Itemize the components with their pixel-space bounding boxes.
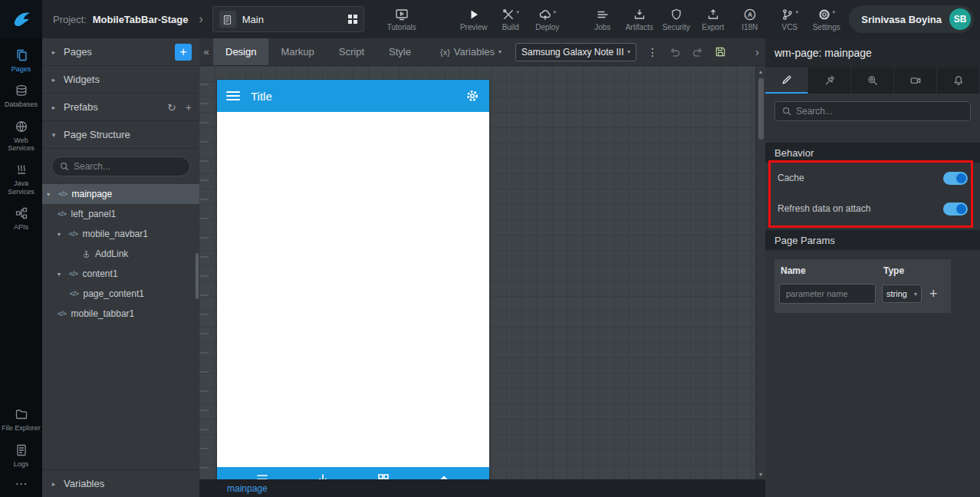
scrollbar-thumb[interactable]	[758, 78, 764, 140]
tab-script[interactable]: Script	[327, 38, 377, 65]
section-variables[interactable]: ▸ Variables	[42, 469, 199, 497]
tree-item-page-content1[interactable]: </> page_content1	[42, 284, 199, 304]
rail-label: File Explorer	[2, 424, 41, 432]
structure-search-input[interactable]	[74, 161, 182, 172]
action-label: Tutorials	[387, 24, 416, 31]
page-params-row: string ▾ +	[774, 282, 951, 305]
tab-markup[interactable]: Markup	[268, 38, 326, 65]
cloud-upload-icon	[538, 8, 552, 21]
build-button[interactable]: ▾ Build	[493, 0, 528, 38]
scrollbar-thumb[interactable]	[196, 253, 199, 299]
tab-device[interactable]	[894, 67, 937, 94]
rail-more-button[interactable]: ⋯	[15, 473, 28, 492]
sidebar-item-java-services[interactable]: Java Services	[0, 157, 42, 201]
folder-icon	[15, 407, 28, 421]
pages-icon	[15, 48, 28, 62]
tabbar-arrow-up-icon[interactable]	[436, 472, 452, 479]
menu-icon[interactable]	[226, 91, 240, 100]
tabbar-arrow-down-icon[interactable]	[315, 472, 331, 479]
project-title: Project: MobileTabBar-Stage	[53, 14, 188, 25]
security-button[interactable]: Security	[659, 0, 694, 38]
properties-search-input[interactable]	[796, 106, 963, 117]
param-name-input[interactable]	[779, 284, 876, 304]
tabbar-list-icon[interactable]	[255, 472, 270, 479]
tree-item-mainpage[interactable]: ▾ </> mainpage	[42, 184, 199, 204]
add-param-button[interactable]: +	[929, 287, 938, 301]
mobile-tabbar-widget[interactable]	[217, 467, 489, 479]
mobile-navbar-title[interactable]: Title	[251, 90, 454, 103]
deploy-button[interactable]: ▾ Deploy	[530, 0, 565, 38]
add-page-button[interactable]: +	[175, 44, 192, 61]
sidebar-item-apis[interactable]: APIs	[0, 201, 42, 236]
refresh-data-toggle[interactable]	[943, 202, 968, 216]
design-canvas[interactable]: Title ▲ ▼	[199, 66, 765, 479]
cache-toggle[interactable]	[943, 172, 968, 185]
tab-design[interactable]: Design	[213, 38, 268, 65]
param-type-select[interactable]: string ▾	[882, 285, 922, 303]
tree-label: mobile_tabbar1	[71, 308, 135, 319]
gear-icon[interactable]	[465, 88, 480, 104]
rail-label: APIs	[14, 223, 28, 231]
save-button[interactable]	[715, 46, 726, 58]
sidebar-item-databases[interactable]: Databases	[0, 78, 42, 114]
jobs-button[interactable]: Jobs	[585, 0, 620, 38]
redo-button[interactable]	[692, 46, 704, 58]
action-label: Build	[502, 24, 519, 31]
expand-caret-icon[interactable]: ▾	[47, 191, 54, 198]
tutorials-button[interactable]: Tutorials	[384, 0, 419, 38]
chevron-right-icon: ›	[199, 12, 202, 26]
sidebar-item-pages[interactable]: Pages	[0, 43, 42, 78]
tab-notifications[interactable]	[937, 67, 980, 94]
page-doc-icon	[219, 11, 236, 28]
play-icon	[467, 8, 481, 21]
code-icon: </>	[69, 270, 78, 278]
mobile-navbar-widget[interactable]: Title	[217, 80, 489, 112]
upload-icon	[706, 8, 720, 21]
tree-item-addlink[interactable]: AddLink	[42, 244, 199, 264]
tab-properties[interactable]	[765, 67, 808, 94]
vcs-button[interactable]: ▾ VCS	[772, 0, 807, 38]
expand-caret-icon[interactable]: ▾	[58, 271, 64, 278]
sidebar-item-logs[interactable]: Logs	[0, 438, 42, 473]
add-prefab-button[interactable]: +	[186, 101, 192, 114]
export-button[interactable]: Export	[696, 0, 731, 38]
section-page-structure[interactable]: ▾ Page Structure	[42, 121, 199, 149]
more-options-button[interactable]: ⋮	[647, 46, 658, 58]
tree-item-left-panel1[interactable]: </> left_panel1	[42, 204, 199, 224]
pages-grid-icon[interactable]	[348, 15, 357, 24]
tree-item-content1[interactable]: ▾ </> content1	[42, 264, 199, 284]
i18n-button[interactable]: A I18N	[732, 0, 768, 38]
page-content-widget[interactable]	[217, 112, 489, 479]
undo-button[interactable]	[669, 46, 681, 58]
sidebar-item-file-explorer[interactable]: File Explorer	[0, 402, 42, 437]
user-menu[interactable]: Srinivasa Boyina SB	[849, 5, 974, 33]
scroll-down-button[interactable]: ▼	[758, 469, 764, 479]
artifacts-button[interactable]: Artifacts	[622, 0, 657, 38]
scroll-up-button[interactable]: ▲	[758, 66, 764, 77]
tabbar-grid-icon[interactable]	[376, 472, 391, 479]
section-pages[interactable]: ▸ Pages +	[42, 38, 199, 66]
app-logo[interactable]	[0, 0, 42, 38]
page-switcher[interactable]: Main	[212, 6, 364, 32]
tab-style[interactable]: Style	[377, 38, 423, 65]
prefab-actions: ↻ +	[167, 101, 192, 114]
redo-icon	[692, 46, 704, 58]
device-select[interactable]: Samsung Galaxy Note III ▾	[515, 43, 636, 61]
section-prefabs[interactable]: ▸ Prefabs ↻ +	[42, 94, 199, 121]
tab-inspect[interactable]	[851, 67, 894, 94]
section-widgets[interactable]: ▸ Widgets	[42, 66, 199, 94]
variables-button[interactable]: {x} Variables ▾	[440, 46, 502, 58]
preview-button[interactable]: Preview	[456, 0, 492, 38]
collapse-left-panel-button[interactable]: «	[199, 38, 213, 65]
tree-item-mobile-tabbar1[interactable]: </> mobile_tabbar1	[42, 304, 199, 324]
tab-styles[interactable]	[808, 67, 851, 94]
refresh-prefabs-button[interactable]: ↻	[167, 101, 176, 114]
status-active-page[interactable]: mainpage	[227, 483, 268, 494]
settings-button[interactable]: ▾ Settings	[809, 0, 844, 38]
collapse-right-panel-button[interactable]: ›	[752, 45, 762, 58]
tree-item-mobile-navbar1[interactable]: ▾ </> mobile_navbar1	[42, 224, 199, 244]
topbar-actions: Tutorials Preview ▾ Build ▾ Deploy Jobs …	[384, 0, 844, 38]
sidebar-item-web-services[interactable]: Web Services	[0, 114, 42, 158]
expand-caret-icon[interactable]: ▾	[58, 231, 64, 238]
rail-label: Web Services	[2, 137, 41, 153]
